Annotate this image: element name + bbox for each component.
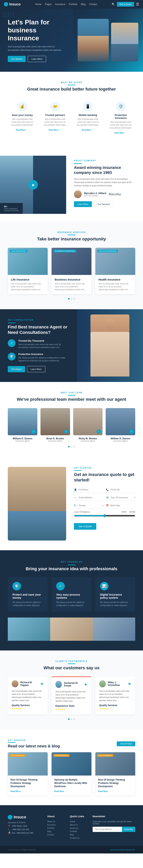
hero-title: Let's Plan for business Insurance <box>8 18 66 42</box>
footer-newsletter-title: Newsletter <box>93 815 135 818</box>
testimonial-dot-2[interactable] <box>74 718 75 720</box>
slider-dot-2[interactable] <box>74 298 75 300</box>
email-field: ✉️ <box>74 495 103 500</box>
blog-readmore-2[interactable]: Read More <box>98 790 108 793</box>
team-dot-2[interactable] <box>74 446 75 447</box>
footer-about-links-col: About About Us Insurance Portfolio Blog … <box>47 815 64 840</box>
nav-portfolio[interactable]: Portfolio <box>69 3 77 6</box>
footer-quick-link-1[interactable]: About Us <box>70 824 87 826</box>
nav-home[interactable]: Home <box>35 3 42 6</box>
blog-post-1: LIFE INSURANCE Spinning Up Multiple Word… <box>52 752 91 795</box>
dob-input[interactable] <box>106 503 136 508</box>
team-dot-0[interactable] <box>68 446 70 447</box>
blog-readmore-1[interactable]: Read More <box>54 790 64 793</box>
testimonial-2: Wiley J. Schrieffner 🐦 Sed ut perspiciat… <box>95 677 135 714</box>
team-role-2: Insurance Agent <box>73 440 103 442</box>
email-input[interactable] <box>74 495 103 500</box>
gender-input[interactable] <box>74 503 103 508</box>
feature-icon-2: 📱 <box>83 102 93 111</box>
footer-quick-link-0[interactable]: Home <box>70 820 87 823</box>
about-learn-more-button[interactable]: Learn More <box>74 201 92 207</box>
feature-icon-1: 🤝 <box>50 102 60 111</box>
nav-blog[interactable]: Blog <box>81 3 86 6</box>
feature-title-1: Trusted partners <box>43 114 67 117</box>
testimonial-dot-1[interactable] <box>71 718 72 720</box>
overlay-years: 25+ <box>4 205 19 208</box>
team-role-3: Insurance Agent <box>106 440 135 442</box>
teal-divider <box>68 85 75 85</box>
footer-about-link-0[interactable]: About Us <box>47 820 64 823</box>
pro-image-0 <box>8 618 50 641</box>
slider-dot-1[interactable] <box>71 298 72 300</box>
pro-card-0: 🛡️ Protect and save your money We always… <box>8 577 48 612</box>
feature-readmore-3[interactable]: Read More <box>114 132 124 134</box>
nav-pages[interactable]: Pages <box>45 3 52 6</box>
footer-quick-link-2[interactable]: Insurance <box>70 827 87 829</box>
play-button[interactable] <box>28 180 38 190</box>
quote-section: GET STARTED Get an insurance quote to ge… <box>0 457 143 550</box>
testimonial-author-info-1: Zachariah M. Trower <box>64 682 84 687</box>
pro-tag: WHY CHOOSE US <box>8 560 135 563</box>
footer-quick-link-4[interactable]: Blog <box>70 834 87 836</box>
get-quote-button[interactable]: Get a Quote <box>117 2 134 7</box>
footer-address: 📍 1600 Street, USA <box>8 825 42 828</box>
get-started-button[interactable]: Get Started <box>8 56 26 62</box>
testimonials-grid: Richard M. Pappas 🐦 Sed ut perspiciatis … <box>8 677 135 714</box>
view-all-button[interactable]: View All News <box>117 741 135 746</box>
hero-description: Sed ut perspiciatis unde omnis iste natu… <box>8 45 66 52</box>
feature-card-1: 🤝 Trusted partners Sed ut perspiciatis u… <box>41 98 70 138</box>
blog-post-title-2: Rise Of Design Thinking Problems Strateg… <box>98 778 133 788</box>
blog-post-2: LIFE INSURANCE Rise Of Design Thinking P… <box>95 752 135 795</box>
pro-card-title-0: Protect and save your money <box>13 593 43 599</box>
team-badge-3: + <box>129 429 134 434</box>
twitter-icon-1: 🐦 <box>84 683 88 686</box>
slider-dot-0[interactable] <box>68 298 70 300</box>
search-icon[interactable]: 🔍 <box>112 3 115 6</box>
testimonials-title: What our customers say us <box>8 665 135 671</box>
nav-insurance[interactable]: Insurance <box>55 3 65 6</box>
service-badge-0: LIFE INSURANCE <box>10 250 27 252</box>
newsletter-input[interactable] <box>93 827 122 832</box>
testimonial-dot-0[interactable] <box>68 718 70 720</box>
testimonial-author-2: Wiley J. Schrieffner <box>99 680 128 687</box>
feature-readmore-1[interactable]: Read More <box>49 129 58 131</box>
footer-quick-link-3[interactable]: Portfolio <box>70 830 87 833</box>
team-dot-1[interactable] <box>71 446 72 447</box>
nav-logo[interactable]: Insuco <box>4 2 21 6</box>
learn-more-button[interactable]: Learn More <box>28 56 46 62</box>
consultation-item-0: ✓ Trusted By Thousand Sed ut perspiciati… <box>8 339 69 349</box>
blog-readmore-0[interactable]: Read More <box>10 790 20 793</box>
service-card-2: HEALTH INSURANCE Health Insurance Sed ut… <box>95 248 135 294</box>
footer-newsletter-desc: Subscribe to our newsletter and get the … <box>93 820 135 825</box>
footer-bottom: © 2022 Insuco. All Rights Reserved. www.… <box>0 846 143 854</box>
insurance-type-input[interactable] <box>106 495 136 500</box>
feature-readmore-2[interactable]: Read More <box>81 129 91 131</box>
loan-values: 0000 40000 <box>122 511 135 513</box>
footer-website[interactable]: www.DownloadNovThemes.com <box>110 849 135 851</box>
testimonials-section: CLIENT'S TESTIMONIALS What our customers… <box>0 650 143 730</box>
footer-quick-link-5[interactable]: Contact Us <box>70 837 87 839</box>
teal-line-pro <box>68 565 75 565</box>
footer-about-link-3[interactable]: Blog <box>47 830 64 833</box>
footer-about-link-2[interactable]: Portfolio <box>47 827 64 829</box>
feature-readmore-0[interactable]: Read More <box>16 129 26 131</box>
testimonial-author-info-0: Richard M. Pappas <box>20 681 41 686</box>
consult-learn-more-button[interactable]: Learn More <box>27 366 45 372</box>
loan-range-input[interactable] <box>74 514 135 517</box>
footer-newsletter-col: Newsletter Subscribe to our newsletter a… <box>93 815 135 840</box>
consultation-buttons: Find Agent Learn More <box>8 366 69 372</box>
team-photo-3: + <box>106 408 135 435</box>
about-content: ABOUT COMPANY Award winning insurance co… <box>66 156 143 214</box>
menu-icon[interactable]: ☰ <box>136 2 139 6</box>
find-agent-button[interactable]: Find Agent <box>8 366 25 372</box>
footer-about-link-1[interactable]: Insurance <box>47 824 64 826</box>
quote-submit-button[interactable]: See a Quote <box>74 523 96 530</box>
footer-about-link-4[interactable]: Contact <box>47 834 64 836</box>
about-tag: ABOUT COMPANY <box>74 160 135 162</box>
fullname-input[interactable] <box>74 487 103 492</box>
testimonial-text-0: Sed ut perspiciatis unde omnis iste natu… <box>12 690 44 702</box>
nav-contact[interactable]: Contact <box>89 3 97 6</box>
about-our-services-button[interactable]: Our Services <box>94 201 114 207</box>
phone-input[interactable] <box>106 487 136 492</box>
newsletter-subscribe-button[interactable]: Subscribe <box>122 827 135 832</box>
